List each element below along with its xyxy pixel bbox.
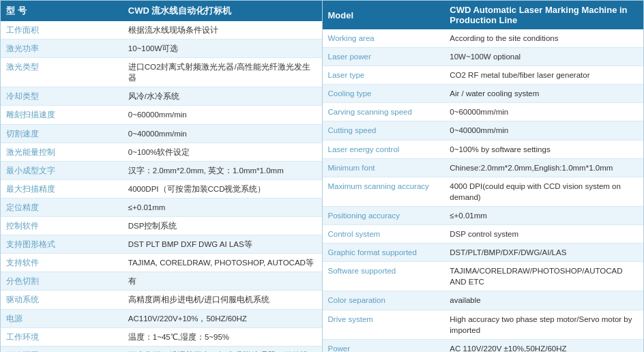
cn-value: 激光焦距二维调节平台，烟尘吸附处理器，可外设流水线台面 — [123, 346, 322, 352]
cn-label: 可选配置 — [1, 346, 123, 352]
cn-value: 高精度两相步进电机/进口伺服电机系统 — [123, 291, 322, 309]
cn-header-col1: 型 号 — [1, 1, 123, 21]
en-value: High accuracy two phase step motor/Servo… — [444, 310, 643, 339]
cn-value: 0~100%软件设定 — [123, 143, 322, 161]
en-table-row: Software supported TAJIMA/CORELDRAW/PHOT… — [323, 262, 644, 291]
cn-value: 温度：1~45℃,湿度：5~95% — [123, 327, 322, 346]
en-value: 0~100% by software settings — [444, 140, 643, 158]
cn-table-row: 激光类型 进口CO2封离式射频激光光器/高性能光纤激光发生器 — [1, 58, 322, 87]
en-table-row: Drive system High accuracy two phase ste… — [323, 310, 644, 339]
cn-table-row: 驱动系统 高精度两相步进电机/进口伺服电机系统 — [1, 291, 322, 309]
en-table-row: Maximum scanning accuracy 4000 DPI(could… — [323, 177, 644, 206]
en-table-row: Graphic format supported DST/PLT/BMP/DXF… — [323, 244, 644, 262]
chinese-table: 型 号 CWD 流水线自动化打标机 工作面积 根据流水线现场条件设计 激光功率 … — [1, 1, 322, 352]
cn-label: 电源 — [1, 309, 123, 327]
cn-table-row: 切割速度 0~40000mm/min — [1, 124, 322, 143]
en-value: 4000 DPI(could equip with CCD vision sys… — [444, 177, 643, 206]
cn-label: 支持图形格式 — [1, 235, 123, 254]
cn-table-row: 可选配置 激光焦距二维调节平台，烟尘吸附处理器，可外设流水线台面 — [1, 346, 322, 352]
en-header-col2: CWD Automatic Laser Marking Machine in P… — [444, 1, 643, 29]
cn-label: 工作环境 — [1, 327, 123, 346]
en-label: Control system — [323, 225, 445, 244]
cn-value: TAJIMA, CORELDRAW, PHOTOSHOP, AUTOCAD等 — [123, 254, 322, 272]
cn-value: 根据流水线现场条件设计 — [123, 21, 322, 40]
en-value: 0~60000mm/min — [444, 103, 643, 121]
cn-label: 激光类型 — [1, 58, 123, 87]
en-value: CO2 RF metal tube/fiber laser generator — [444, 66, 643, 85]
cn-table-row: 最大扫描精度 4000DPI（可按需加装CCD视觉系统） — [1, 179, 322, 198]
cn-label: 最大扫描精度 — [1, 179, 123, 198]
cn-label: 激光能量控制 — [1, 143, 123, 161]
main-container: 型 号 CWD 流水线自动化打标机 工作面积 根据流水线现场条件设计 激光功率 … — [0, 0, 644, 352]
en-table-row: Cutting speed 0~40000mm/min — [323, 121, 644, 140]
cn-label: 控制软件 — [1, 217, 123, 235]
en-table-row: Carving scanning speed 0~60000mm/min — [323, 103, 644, 121]
en-table-row: Minimum font Chinese:2.0mm*2.0mm,English… — [323, 158, 644, 177]
cn-value: AC110V/220V+10%，50HZ/60HZ — [123, 309, 322, 327]
en-table-row: Working area According to the site condi… — [323, 29, 644, 48]
en-label: Power — [323, 339, 445, 352]
en-value: TAJIMA/CORELDRAW/PHOTOSHOP/AUTOCAD AND E… — [444, 262, 643, 291]
cn-value: 进口CO2封离式射频激光光器/高性能光纤激光发生器 — [123, 58, 322, 87]
en-value: Air / water cooling system — [444, 85, 643, 103]
cn-label: 定位精度 — [1, 198, 123, 216]
cn-table-row: 激光能量控制 0~100%软件设定 — [1, 143, 322, 161]
en-table-row: Laser type CO2 RF metal tube/fiber laser… — [323, 66, 644, 85]
cn-value: DSP控制系统 — [123, 217, 322, 235]
cn-value: 4000DPI（可按需加装CCD视觉系统） — [123, 179, 322, 198]
english-table: Model CWD Automatic Laser Marking Machin… — [323, 1, 644, 352]
cn-label: 雕刻扫描速度 — [1, 106, 123, 124]
en-value: Chinese:2.0mm*2.0mm,English:1.0mm*1.0mm — [444, 158, 643, 177]
cn-value: 有 — [123, 272, 322, 291]
cn-table-row: 分色切割 有 — [1, 272, 322, 291]
cn-label: 分色切割 — [1, 272, 123, 291]
en-value: AC 110V/220V ±10%,50HZ/60HZ — [444, 339, 643, 352]
en-table-row: Positioning accuracy ≤+0.01mm — [323, 206, 644, 224]
en-header-row: Model CWD Automatic Laser Marking Machin… — [323, 1, 644, 29]
cn-table-row: 支持图形格式 DST PLT BMP DXF DWG AI LAS等 — [1, 235, 322, 254]
en-table-row: Color separation available — [323, 291, 644, 310]
cn-label: 激光功率 — [1, 40, 123, 58]
cn-value: 汉字：2.0mm*2.0mm, 英文：1.0mm*1.0mm — [123, 161, 322, 179]
cn-table-row: 工作面积 根据流水线现场条件设计 — [1, 21, 322, 40]
cn-label: 支持软件 — [1, 254, 123, 272]
en-label: Carving scanning speed — [323, 103, 445, 121]
en-label: Color separation — [323, 291, 445, 310]
en-value: ≤+0.01mm — [444, 206, 643, 224]
en-table-row: Control system DSP control system — [323, 225, 644, 244]
cn-label: 最小成型文字 — [1, 161, 123, 179]
cn-label: 冷却类型 — [1, 87, 123, 106]
en-label: Cutting speed — [323, 121, 445, 140]
en-label: Laser type — [323, 66, 445, 85]
en-label: Drive system — [323, 310, 445, 339]
cn-label: 驱动系统 — [1, 291, 123, 309]
cn-header-row: 型 号 CWD 流水线自动化打标机 — [1, 1, 322, 21]
cn-value: DST PLT BMP DXF DWG AI LAS等 — [123, 235, 322, 254]
cn-value: 0~40000mm/min — [123, 124, 322, 143]
cn-label: 工作面积 — [1, 21, 123, 40]
en-label: Positioning accuracy — [323, 206, 445, 224]
en-value: available — [444, 291, 643, 310]
en-table-row: Cooling type Air / water cooling system — [323, 85, 644, 103]
cn-table-row: 激光功率 10~100W可选 — [1, 40, 322, 58]
english-table-container: Model CWD Automatic Laser Marking Machin… — [323, 0, 645, 352]
cn-table-row: 雕刻扫描速度 0~60000mm/min — [1, 106, 322, 124]
en-table-row: Power AC 110V/220V ±10%,50HZ/60HZ — [323, 339, 644, 352]
cn-header-col2: CWD 流水线自动化打标机 — [123, 1, 322, 21]
cn-table-row: 工作环境 温度：1~45℃,湿度：5~95% — [1, 327, 322, 346]
cn-table-row: 控制软件 DSP控制系统 — [1, 217, 322, 235]
en-label: Maximum scanning accuracy — [323, 177, 445, 206]
cn-table-row: 冷却类型 风冷/水冷系统 — [1, 87, 322, 106]
en-header-col1: Model — [323, 1, 445, 29]
en-label: Laser energy control — [323, 140, 445, 158]
cn-value: 0~60000mm/min — [123, 106, 322, 124]
en-label: Graphic format supported — [323, 244, 445, 262]
en-value: DST/PLT/BMP/DXF/DWG/AI/LAS — [444, 244, 643, 262]
en-label: Minimum font — [323, 158, 445, 177]
en-label: Laser power — [323, 48, 445, 66]
en-label: Working area — [323, 29, 445, 48]
en-value: DSP control system — [444, 225, 643, 244]
cn-table-row: 最小成型文字 汉字：2.0mm*2.0mm, 英文：1.0mm*1.0mm — [1, 161, 322, 179]
en-table-row: Laser power 10W~100W optional — [323, 48, 644, 66]
cn-table-row: 电源 AC110V/220V+10%，50HZ/60HZ — [1, 309, 322, 327]
